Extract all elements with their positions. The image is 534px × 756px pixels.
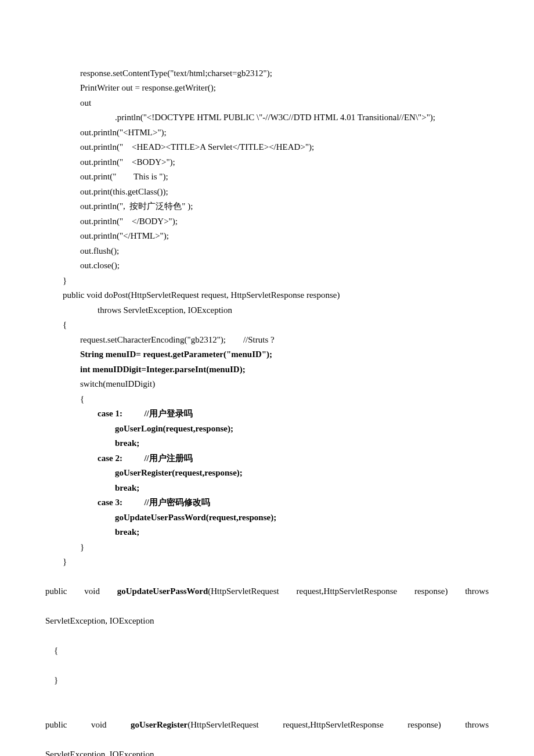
code-line: .println("<!DOCTYPE HTML PUBLIC \"-//W3C… — [45, 110, 489, 125]
method-decl-goUserRegister: public void goUserRegister(HttpServletRe… — [45, 718, 489, 733]
code-line: request.setCharacterEncoding("gb2312"); … — [45, 333, 489, 348]
code-line: { — [45, 318, 489, 333]
text: public void — [45, 720, 131, 729]
code-line: String menuID= request.getParameter("men… — [45, 347, 489, 362]
text-line: ServletException, IOException — [45, 747, 489, 757]
code-line: goUserRegister(request,response); — [45, 466, 489, 481]
code-line: { — [45, 392, 489, 407]
code-line: out.print(this.getClass()); — [45, 185, 489, 200]
code-line: out.print(" This is "); — [45, 170, 489, 185]
code-line: out.println("<HTML>"); — [45, 125, 489, 141]
code-line: out.close(); — [45, 258, 489, 273]
code-line: goUserLogin(request,response); — [45, 422, 489, 437]
code-line: break; — [45, 525, 489, 540]
brace-close: } — [45, 673, 489, 688]
method-name: goUpdateUserPassWord — [117, 586, 208, 596]
code-line: break; — [45, 436, 489, 451]
code-document-page: response.setContentType("text/html;chars… — [0, 0, 534, 756]
code-line: case 1: //用户登录吗 — [45, 406, 489, 422]
method-decl-goUpdateUserPassWord: public void goUpdateUserPassWord(HttpSer… — [45, 584, 489, 599]
code-line: out.println(", 按时广泛特色" ); — [45, 199, 489, 214]
code-line: } — [45, 540, 489, 555]
brace-open: { — [45, 643, 489, 658]
text: public void — [45, 586, 117, 596]
method-name: goUserRegister — [131, 720, 187, 729]
code-line: goUpdateUserPassWord(request,response); — [45, 510, 489, 525]
text-line: ServletException, IOException — [45, 614, 489, 629]
code-line: } — [45, 555, 489, 570]
code-line: case 3: //用户密码修改吗 — [45, 495, 489, 510]
code-line: break; — [45, 481, 489, 496]
code-listing: response.setContentType("text/html;chars… — [45, 66, 489, 570]
code-line: out.println(" </BODY>"); — [45, 214, 489, 229]
code-line: } — [45, 273, 489, 289]
code-line: switch(menuIDDigit) — [45, 377, 489, 392]
code-line: throws ServletException, IOException — [45, 303, 489, 318]
code-line: public void doPost(HttpServletRequest re… — [45, 288, 489, 303]
code-line: out.println(" <HEAD><TITLE>A Servlet</TI… — [45, 140, 489, 155]
code-line: out.println(" <BODY>"); — [45, 155, 489, 170]
code-line: out — [45, 96, 489, 111]
code-line: case 2: //用户注册吗 — [45, 451, 489, 466]
code-line: PrintWriter out = response.getWriter(); — [45, 81, 489, 96]
code-line: out.println("</HTML>"); — [45, 229, 489, 244]
text: (HttpServletRequest request,HttpServletR… — [187, 720, 489, 729]
code-line: int menuIDDigit=Integer.parseInt(menuID)… — [45, 362, 489, 377]
text: (HttpServletRequest request,HttpServletR… — [208, 586, 489, 596]
code-line: out.flush(); — [45, 244, 489, 259]
code-line: response.setContentType("text/html;chars… — [45, 66, 489, 81]
